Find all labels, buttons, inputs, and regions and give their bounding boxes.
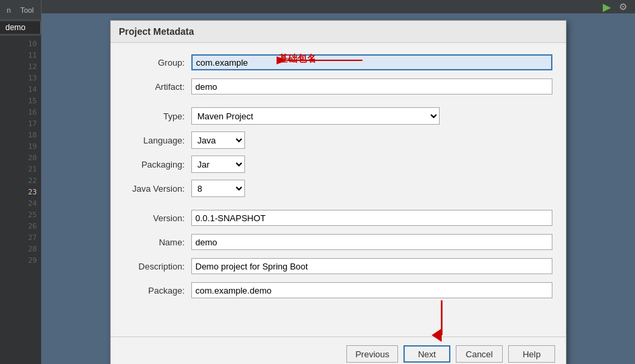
type-row: Type: Maven Project	[124, 107, 552, 125]
line-18: 18	[28, 129, 37, 141]
line-25: 25	[28, 209, 37, 221]
menu-n[interactable]: n	[4, 5, 13, 15]
language-row: Language: Java	[124, 131, 552, 149]
line-14: 14	[28, 84, 37, 95]
line-numbers: 10 11 12 13 14 15 16 17 18 19 20 21 22 2…	[0, 36, 41, 364]
group-label: Group:	[124, 58, 191, 68]
package-label: Package:	[124, 286, 191, 296]
line-16: 16	[28, 107, 37, 118]
line-24: 24	[28, 198, 37, 209]
version-label: Version:	[124, 213, 191, 223]
dialog-overlay: Project Metadata Group:	[42, 13, 635, 364]
ide-sidebar: n Tool demo 10 11 12 13 14 15 16 17 18 1…	[0, 0, 42, 364]
cancel-button[interactable]: Cancel	[456, 345, 503, 363]
java-version-label: Java Version:	[124, 184, 191, 194]
line-29: 29	[28, 255, 37, 266]
description-input[interactable]	[191, 258, 552, 274]
top-toolbar: ▶ ⚙	[42, 0, 635, 13]
dialog-body: Group: 基础包名	[111, 43, 566, 337]
right-area: ▶ ⚙ Project Metadata Group:	[42, 0, 635, 364]
packaging-select[interactable]: Jar	[191, 156, 245, 173]
run-icon[interactable]: ▶	[600, 0, 614, 13]
dialog-title: Project Metadata	[111, 21, 566, 43]
packaging-label: Packaging:	[124, 160, 191, 170]
line-28: 28	[28, 243, 37, 255]
line-19: 19	[28, 141, 37, 152]
menu-tool[interactable]: Tool	[17, 5, 36, 15]
help-button[interactable]: Help	[508, 345, 555, 363]
group-input[interactable]	[191, 54, 552, 70]
line-11: 11	[28, 50, 37, 61]
line-23: 23	[28, 186, 37, 198]
version-row: Version:	[124, 209, 552, 227]
ide-menu-bar: n Tool	[0, 0, 41, 20]
project-metadata-dialog: Project Metadata Group:	[110, 20, 567, 364]
line-27: 27	[28, 232, 37, 243]
package-input[interactable]	[191, 282, 552, 298]
line-26: 26	[28, 221, 37, 232]
next-button[interactable]: Next	[403, 345, 450, 363]
packaging-row: Packaging: Jar	[124, 156, 552, 173]
group-row: Group: 基础包名	[124, 54, 552, 71]
type-label: Type:	[124, 111, 191, 121]
java-version-row: Java Version: 8	[124, 180, 552, 197]
line-10: 10	[28, 38, 37, 50]
line-17: 17	[28, 118, 37, 129]
java-version-select[interactable]: 8	[191, 180, 245, 197]
artifact-row: Artifact:	[124, 78, 552, 95]
name-label: Name:	[124, 237, 191, 247]
name-input[interactable]	[191, 234, 552, 250]
description-row: Description:	[124, 257, 552, 275]
type-select[interactable]: Maven Project	[191, 107, 440, 125]
ide-tab-demo[interactable]: demo	[0, 21, 41, 34]
version-input[interactable]	[191, 210, 552, 226]
line-22: 22	[28, 175, 37, 186]
language-label: Language:	[124, 135, 191, 145]
dialog-footer: Previous Next Cancel Help	[111, 337, 566, 364]
name-row: Name:	[124, 233, 552, 251]
line-20: 20	[28, 152, 37, 164]
next-arrow	[422, 300, 462, 341]
line-12: 12	[28, 61, 37, 72]
line-15: 15	[28, 95, 37, 107]
annotation-text: 基础包名	[279, 53, 316, 65]
artifact-label: Artifact:	[124, 82, 191, 92]
description-label: Description:	[124, 261, 191, 271]
previous-button[interactable]: Previous	[346, 345, 398, 363]
artifact-input[interactable]	[191, 78, 552, 95]
gear-icon[interactable]: ⚙	[616, 0, 630, 13]
package-row: Package:	[124, 282, 552, 299]
line-13: 13	[28, 72, 37, 84]
line-21: 21	[28, 164, 37, 175]
language-select[interactable]: Java	[191, 131, 245, 149]
